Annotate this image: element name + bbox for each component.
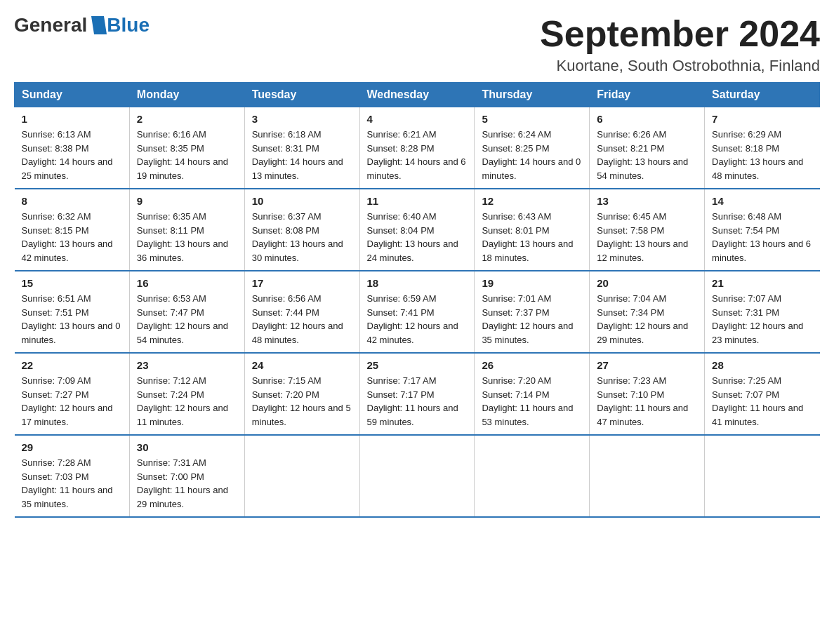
- day-number: 29: [22, 441, 122, 453]
- calendar-cell: 23 Sunrise: 7:12 AMSunset: 7:24 PMDaylig…: [129, 353, 244, 435]
- day-number: 15: [22, 277, 122, 289]
- day-info: Sunrise: 7:25 AMSunset: 7:07 PMDaylight:…: [712, 375, 803, 427]
- day-number: 3: [252, 113, 352, 125]
- calendar-cell: 3 Sunrise: 6:18 AMSunset: 8:31 PMDayligh…: [244, 107, 359, 189]
- calendar-cell: [475, 435, 590, 517]
- calendar-cell: 12 Sunrise: 6:43 AMSunset: 8:01 PMDaylig…: [475, 189, 590, 271]
- calendar-cell: 20 Sunrise: 7:04 AMSunset: 7:34 PMDaylig…: [590, 271, 705, 353]
- day-number: 20: [597, 277, 697, 289]
- calendar-cell: 15 Sunrise: 6:51 AMSunset: 7:51 PMDaylig…: [15, 271, 130, 353]
- calendar-cell: 21 Sunrise: 7:07 AMSunset: 7:31 PMDaylig…: [705, 271, 820, 353]
- day-info: Sunrise: 6:53 AMSunset: 7:47 PMDaylight:…: [137, 293, 228, 345]
- weekday-header-monday: Monday: [129, 83, 244, 107]
- day-info: Sunrise: 6:21 AMSunset: 8:28 PMDaylight:…: [367, 129, 466, 181]
- day-number: 2: [137, 113, 237, 125]
- day-number: 21: [712, 277, 812, 289]
- calendar-cell: 7 Sunrise: 6:29 AMSunset: 8:18 PMDayligh…: [705, 107, 820, 189]
- day-number: 1: [22, 113, 122, 125]
- day-info: Sunrise: 7:31 AMSunset: 7:00 PMDaylight:…: [137, 457, 228, 509]
- weekday-header-tuesday: Tuesday: [244, 83, 359, 107]
- day-info: Sunrise: 6:51 AMSunset: 7:51 PMDaylight:…: [22, 293, 121, 345]
- day-number: 6: [597, 113, 697, 125]
- day-info: Sunrise: 7:17 AMSunset: 7:17 PMDaylight:…: [367, 375, 458, 427]
- day-info: Sunrise: 6:26 AMSunset: 8:21 PMDaylight:…: [597, 129, 688, 181]
- calendar-cell: 29 Sunrise: 7:28 AMSunset: 7:03 PMDaylig…: [15, 435, 130, 517]
- calendar-cell: 25 Sunrise: 7:17 AMSunset: 7:17 PMDaylig…: [359, 353, 475, 435]
- calendar-cell: 30 Sunrise: 7:31 AMSunset: 7:00 PMDaylig…: [129, 435, 244, 517]
- weekday-header-saturday: Saturday: [705, 83, 820, 107]
- weekday-header-friday: Friday: [590, 83, 705, 107]
- day-info: Sunrise: 6:18 AMSunset: 8:31 PMDaylight:…: [252, 129, 343, 181]
- day-info: Sunrise: 6:24 AMSunset: 8:25 PMDaylight:…: [482, 129, 581, 181]
- day-info: Sunrise: 6:16 AMSunset: 8:35 PMDaylight:…: [137, 129, 228, 181]
- calendar-week-row: 29 Sunrise: 7:28 AMSunset: 7:03 PMDaylig…: [15, 435, 820, 517]
- day-number: 25: [367, 359, 468, 371]
- calendar-cell: 8 Sunrise: 6:32 AMSunset: 8:15 PMDayligh…: [15, 189, 130, 271]
- day-info: Sunrise: 6:32 AMSunset: 8:15 PMDaylight:…: [22, 211, 113, 263]
- day-info: Sunrise: 6:59 AMSunset: 7:41 PMDaylight:…: [367, 293, 458, 345]
- calendar-cell: 10 Sunrise: 6:37 AMSunset: 8:08 PMDaylig…: [244, 189, 359, 271]
- day-info: Sunrise: 6:37 AMSunset: 8:08 PMDaylight:…: [252, 211, 343, 263]
- weekday-header-wednesday: Wednesday: [359, 83, 475, 107]
- day-info: Sunrise: 6:56 AMSunset: 7:44 PMDaylight:…: [252, 293, 343, 345]
- location-title: Kuortane, South Ostrobothnia, Finland: [540, 57, 820, 75]
- day-number: 13: [597, 195, 697, 207]
- logo-text-general: General: [14, 14, 87, 36]
- month-title: September 2024: [540, 14, 820, 54]
- day-info: Sunrise: 7:12 AMSunset: 7:24 PMDaylight:…: [137, 375, 228, 427]
- day-number: 24: [252, 359, 352, 371]
- day-info: Sunrise: 6:13 AMSunset: 8:38 PMDaylight:…: [22, 129, 113, 181]
- day-info: Sunrise: 7:09 AMSunset: 7:27 PMDaylight:…: [22, 375, 113, 427]
- day-info: Sunrise: 7:20 AMSunset: 7:14 PMDaylight:…: [482, 375, 573, 427]
- day-number: 9: [137, 195, 237, 207]
- day-info: Sunrise: 6:48 AMSunset: 7:54 PMDaylight:…: [712, 211, 811, 263]
- calendar-cell: 24 Sunrise: 7:15 AMSunset: 7:20 PMDaylig…: [244, 353, 359, 435]
- calendar-week-row: 22 Sunrise: 7:09 AMSunset: 7:27 PMDaylig…: [15, 353, 820, 435]
- day-number: 5: [482, 113, 582, 125]
- day-number: 16: [137, 277, 237, 289]
- calendar-table: SundayMondayTuesdayWednesdayThursdayFrid…: [14, 82, 820, 518]
- day-number: 27: [597, 359, 697, 371]
- day-number: 10: [252, 195, 352, 207]
- calendar-cell: 11 Sunrise: 6:40 AMSunset: 8:04 PMDaylig…: [359, 189, 475, 271]
- calendar-cell: [705, 435, 820, 517]
- day-number: 19: [482, 277, 582, 289]
- calendar-cell: [244, 435, 359, 517]
- day-number: 14: [712, 195, 812, 207]
- calendar-cell: 22 Sunrise: 7:09 AMSunset: 7:27 PMDaylig…: [15, 353, 130, 435]
- day-number: 18: [367, 277, 468, 289]
- weekday-header-thursday: Thursday: [475, 83, 590, 107]
- day-number: 4: [367, 113, 468, 125]
- day-number: 26: [482, 359, 582, 371]
- day-info: Sunrise: 6:35 AMSunset: 8:11 PMDaylight:…: [137, 211, 228, 263]
- day-info: Sunrise: 7:07 AMSunset: 7:31 PMDaylight:…: [712, 293, 803, 345]
- calendar-cell: 6 Sunrise: 6:26 AMSunset: 8:21 PMDayligh…: [590, 107, 705, 189]
- day-info: Sunrise: 7:15 AMSunset: 7:20 PMDaylight:…: [252, 375, 351, 427]
- calendar-week-row: 8 Sunrise: 6:32 AMSunset: 8:15 PMDayligh…: [15, 189, 820, 271]
- calendar-cell: 27 Sunrise: 7:23 AMSunset: 7:10 PMDaylig…: [590, 353, 705, 435]
- calendar-cell: 13 Sunrise: 6:45 AMSunset: 7:58 PMDaylig…: [590, 189, 705, 271]
- page-header: General Blue September 2024 Kuortane, So…: [14, 14, 820, 75]
- logo-text-blue: Blue: [107, 14, 150, 36]
- weekday-header-row: SundayMondayTuesdayWednesdayThursdayFrid…: [15, 83, 820, 107]
- calendar-cell: 18 Sunrise: 6:59 AMSunset: 7:41 PMDaylig…: [359, 271, 475, 353]
- calendar-cell: 26 Sunrise: 7:20 AMSunset: 7:14 PMDaylig…: [475, 353, 590, 435]
- calendar-cell: 14 Sunrise: 6:48 AMSunset: 7:54 PMDaylig…: [705, 189, 820, 271]
- day-number: 30: [137, 441, 237, 453]
- calendar-cell: 1 Sunrise: 6:13 AMSunset: 8:38 PMDayligh…: [15, 107, 130, 189]
- day-number: 11: [367, 195, 468, 207]
- calendar-cell: [590, 435, 705, 517]
- calendar-cell: 16 Sunrise: 6:53 AMSunset: 7:47 PMDaylig…: [129, 271, 244, 353]
- calendar-cell: 9 Sunrise: 6:35 AMSunset: 8:11 PMDayligh…: [129, 189, 244, 271]
- day-number: 7: [712, 113, 812, 125]
- day-info: Sunrise: 6:43 AMSunset: 8:01 PMDaylight:…: [482, 211, 573, 263]
- day-info: Sunrise: 7:28 AMSunset: 7:03 PMDaylight:…: [22, 457, 113, 509]
- calendar-cell: 5 Sunrise: 6:24 AMSunset: 8:25 PMDayligh…: [475, 107, 590, 189]
- day-number: 12: [482, 195, 582, 207]
- calendar-cell: [359, 435, 475, 517]
- day-info: Sunrise: 7:04 AMSunset: 7:34 PMDaylight:…: [597, 293, 688, 345]
- day-number: 17: [252, 277, 352, 289]
- calendar-cell: 4 Sunrise: 6:21 AMSunset: 8:28 PMDayligh…: [359, 107, 475, 189]
- weekday-header-sunday: Sunday: [15, 83, 130, 107]
- calendar-week-row: 15 Sunrise: 6:51 AMSunset: 7:51 PMDaylig…: [15, 271, 820, 353]
